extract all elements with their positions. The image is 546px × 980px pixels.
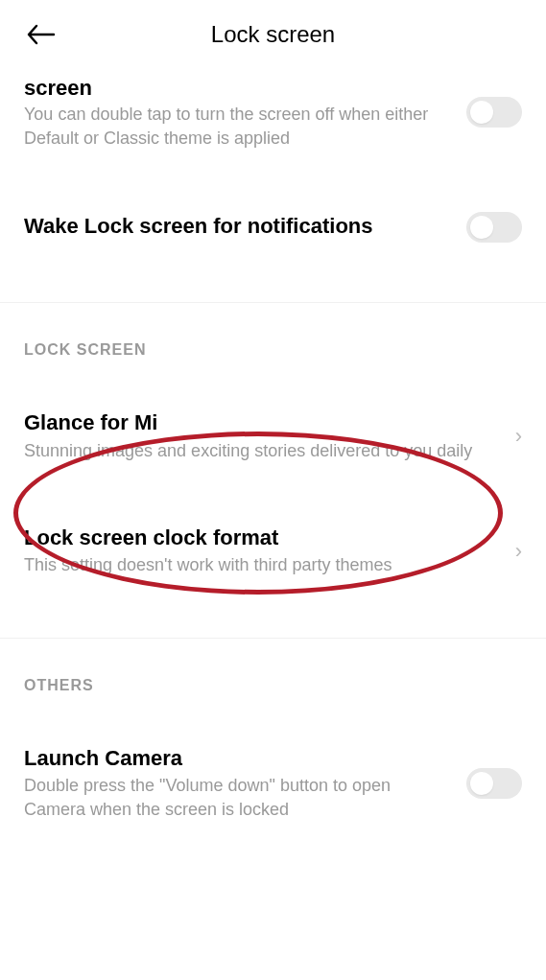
wake-lock-text: Wake Lock screen for notifications [24,213,466,243]
launch-camera-text: Launch Camera Double press the "Volume d… [24,745,466,823]
wake-lock-setting[interactable]: Wake Lock screen for notifications [0,200,546,254]
glance-title: Glance for Mi [24,409,488,437]
toggle-knob [470,772,493,795]
chevron-right-icon: › [515,539,522,564]
glance-setting[interactable]: Glance for Mi Stunning images and exciti… [0,398,546,475]
clock-format-setting[interactable]: Lock screen clock format This setting do… [0,513,546,590]
launch-camera-toggle[interactable] [466,768,522,799]
launch-camera-title: Launch Camera [24,745,447,773]
clock-format-desc: This setting doesn't work with third par… [24,553,488,577]
double-tap-setting[interactable]: screen You can double tap to turn the sc… [0,75,546,162]
toggle-knob [470,101,493,124]
glance-desc: Stunning images and exciting stories del… [24,439,488,463]
double-tap-toggle[interactable] [466,97,522,128]
double-tap-title-partial: screen [24,75,447,103]
wake-lock-toggle[interactable] [466,212,522,243]
launch-camera-desc: Double press the "Volume down" button to… [24,774,447,822]
clock-format-text: Lock screen clock format This setting do… [24,525,508,578]
clock-format-title: Lock screen clock format [24,525,488,552]
launch-camera-setting[interactable]: Launch Camera Double press the "Volume d… [0,734,546,834]
settings-content: screen You can double tap to turn the sc… [0,75,546,834]
chevron-right-icon: › [515,424,522,449]
others-section-header: OTHERS [0,639,546,710]
page-title: Lock screen [24,21,522,48]
glance-text: Glance for Mi Stunning images and exciti… [24,409,508,463]
double-tap-desc: You can double tap to turn the screen of… [24,103,447,151]
page-header: Lock screen [0,0,546,69]
lock-screen-section-header: LOCK SCREEN [0,303,546,374]
wake-lock-title: Wake Lock screen for notifications [24,213,447,241]
toggle-knob [470,216,493,239]
double-tap-text: screen You can double tap to turn the sc… [24,75,466,151]
